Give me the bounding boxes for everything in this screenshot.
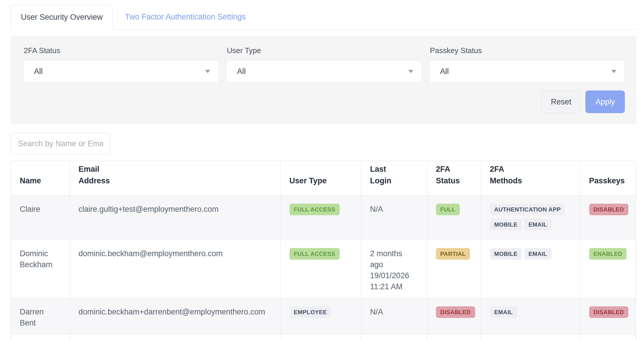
column-header-label: Passkeys	[589, 175, 625, 187]
column-header-label: User Type	[290, 175, 327, 187]
cell-passkeys: DISABLED	[580, 195, 636, 240]
cell-name: Dominic Beckham	[11, 240, 70, 298]
status-badge-employee: EMPLOYEE	[290, 306, 331, 318]
dropdown-value: All	[237, 67, 246, 76]
cell-2fa-status: PARTIAL	[427, 240, 481, 298]
user-name: Claire	[20, 204, 58, 215]
cell-user-type: EMPLOYEE	[281, 334, 361, 340]
status-badge-email: EMAIL	[490, 306, 517, 318]
user-email: dominic.beckham+darrenbent@employmenther…	[79, 306, 274, 317]
filter-field-passkey-status: Passkey StatusAll	[429, 46, 625, 83]
cell-last-login: 2 months ago 19/01/2026 11:21 AM	[361, 240, 427, 298]
cell-user-type: FULL ACCESS	[281, 195, 361, 240]
column-header-last-login: Last Login	[361, 161, 427, 195]
user-email: dominic.beckham@employmenthero.com	[79, 248, 274, 259]
table-row: Racy Jodidominic.beckham+payrollracy@emp…	[11, 334, 636, 340]
user-security-page: User Security OverviewTwo Factor Authent…	[0, 0, 644, 340]
column-header-label: 2FA Methods	[490, 163, 528, 187]
column-header-label: Email Address	[79, 163, 116, 187]
cell-email: dominic.beckham+payrollracy@employmenthe…	[70, 334, 281, 340]
column-header-label: 2FA Status	[436, 163, 473, 187]
apply-button[interactable]: Apply	[585, 91, 625, 113]
filter-actions: Reset Apply	[23, 91, 625, 113]
cell-email: dominic.beckham+darrenbent@employmenther…	[70, 298, 281, 334]
cell-2fa-methods: MOBILEEMAIL	[481, 240, 580, 298]
user-security-table: NameEmail AddressUser TypeLast Login2FA …	[11, 161, 636, 340]
column-header-label: Name	[20, 175, 41, 187]
cell-last-login: N/A	[361, 195, 427, 240]
reset-button[interactable]: Reset	[541, 91, 582, 113]
column-header-passkeys: Passkeys	[580, 161, 636, 195]
cell-user-type: FULL ACCESS	[281, 240, 361, 298]
cell-name: Darren Bent	[11, 298, 70, 334]
last-login-value: N/A	[370, 306, 411, 317]
status-badge-full: FULL	[436, 204, 460, 215]
status-badge-mobile: MOBILE	[490, 219, 522, 230]
tab-bar: User Security OverviewTwo Factor Authent…	[11, 5, 636, 30]
cell-last-login: N/A	[361, 334, 427, 340]
tab-two-factor-authentication-settings[interactable]: Two Factor Authentication Settings	[113, 5, 258, 29]
page-content: User Security OverviewTwo Factor Authent…	[11, 5, 636, 340]
filter-field-2fa-status: 2FA StatusAll	[23, 46, 219, 83]
status-badge-authentication-app: AUTHENTICATION APP	[490, 204, 565, 215]
filter-label-2fa-status: 2FA Status	[24, 46, 219, 55]
dropdown-value: All	[440, 67, 449, 76]
status-badge-enabled: ENABLED	[589, 248, 627, 260]
cell-last-login: N/A	[361, 298, 427, 334]
search-input[interactable]	[11, 133, 110, 155]
cell-email: claire.gultig+test@employmenthero.com	[70, 195, 281, 240]
last-login-value: 2 months ago 19/01/2026 11:21 AM	[370, 248, 411, 292]
cell-passkeys: DISABLED	[580, 334, 636, 340]
cell-2fa-methods: EMAIL	[481, 334, 580, 340]
column-header-2fa-status: 2FA Status	[427, 161, 481, 195]
passkey-status-dropdown[interactable]: All	[429, 60, 625, 83]
2fa-status-dropdown[interactable]: All	[23, 60, 219, 83]
chevron-down-icon	[408, 70, 413, 73]
table-header-row: NameEmail AddressUser TypeLast Login2FA …	[11, 161, 636, 195]
column-header-name: Name	[11, 161, 70, 195]
cell-2fa-status: DISABLED	[427, 298, 481, 334]
column-header-email-address: Email Address	[70, 161, 281, 195]
status-badge-disabled: DISABLED	[589, 306, 628, 318]
cell-2fa-status: DISABLED	[427, 334, 481, 340]
filter-fields: 2FA StatusAllUser TypeAllPasskey StatusA…	[23, 46, 625, 83]
status-badge-email: EMAIL	[524, 248, 551, 260]
user-email: claire.gultig+test@employmenthero.com	[79, 204, 274, 215]
filter-label-user-type: User Type	[227, 46, 422, 55]
status-badge-email: EMAIL	[524, 219, 551, 230]
column-header-label: Last Login	[370, 163, 408, 187]
status-badge-partial: PARTIAL	[436, 248, 470, 260]
status-badge-mobile: MOBILE	[490, 248, 522, 260]
cell-name: Claire	[11, 195, 70, 240]
user-type-dropdown[interactable]: All	[226, 60, 422, 83]
cell-2fa-status: FULL	[427, 195, 481, 240]
cell-user-type: EMPLOYEE	[281, 298, 361, 334]
column-header-2fa-methods: 2FA Methods	[481, 161, 580, 195]
cell-passkeys: ENABLED	[580, 240, 636, 298]
status-badge-full-access: FULL ACCESS	[290, 248, 340, 260]
filter-label-passkey-status: Passkey Status	[430, 46, 625, 55]
last-login-value: N/A	[370, 204, 411, 215]
user-name: Darren Bent	[20, 306, 58, 328]
table-row: Dominic Beckhamdominic.beckham@employmen…	[11, 240, 636, 298]
filter-field-user-type: User TypeAll	[226, 46, 422, 83]
cell-email: dominic.beckham@employmenthero.com	[70, 240, 281, 298]
status-badge-full-access: FULL ACCESS	[290, 204, 340, 215]
column-header-user-type: User Type	[281, 161, 361, 195]
cell-2fa-methods: AUTHENTICATION APPMOBILEEMAIL	[481, 195, 580, 240]
table-row: Darren Bentdominic.beckham+darrenbent@em…	[11, 298, 636, 334]
table-row: Claireclaire.gultig+test@employmenthero.…	[11, 195, 636, 240]
cell-2fa-methods: EMAIL	[481, 298, 580, 334]
tab-user-security-overview[interactable]: User Security Overview	[11, 5, 113, 30]
cell-passkeys: DISABLED	[580, 298, 636, 334]
status-badge-disabled: DISABLED	[436, 306, 475, 318]
chevron-down-icon	[205, 70, 210, 73]
user-name: Dominic Beckham	[20, 248, 58, 270]
chevron-down-icon	[611, 70, 616, 73]
cell-name: Racy Jodi	[11, 334, 70, 340]
dropdown-value: All	[34, 67, 43, 76]
filter-panel: 2FA StatusAllUser TypeAllPasskey StatusA…	[11, 36, 636, 124]
status-badge-disabled: DISABLED	[589, 204, 628, 215]
